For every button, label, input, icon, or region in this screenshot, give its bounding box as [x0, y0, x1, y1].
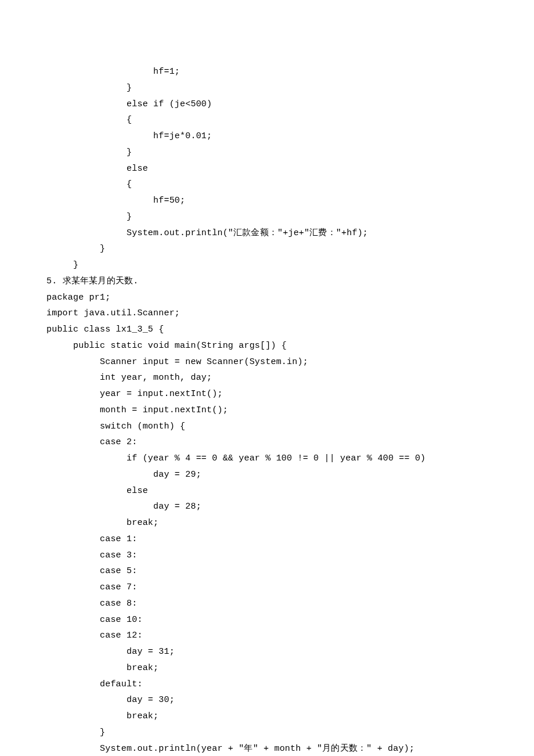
document-page: hf=1; } else if (je<500) { hf=je*0.01; }…: [0, 0, 534, 756]
code-listing: hf=1; } else if (je<500) { hf=je*0.01; }…: [46, 64, 488, 756]
